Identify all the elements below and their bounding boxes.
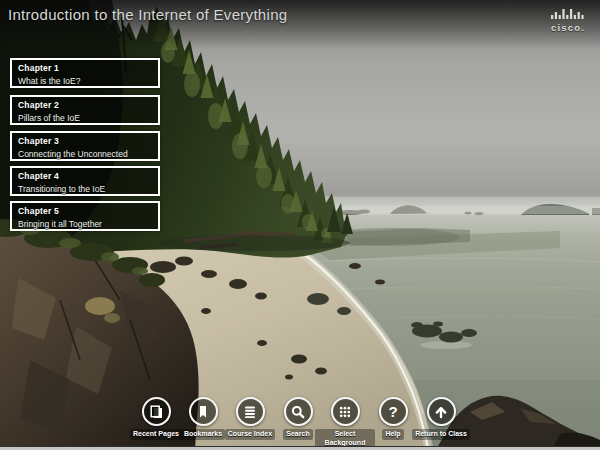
chapter-subtitle: Pillars of the IoE [18, 113, 152, 123]
chapter-subtitle: Connecting the Unconnected [18, 149, 152, 159]
tool-label: Bookmarks [181, 429, 225, 440]
pages-icon [148, 404, 164, 420]
grid-dots-icon [337, 404, 353, 420]
search-icon [290, 404, 306, 420]
question-icon: ? [388, 404, 397, 419]
return-to-class-button[interactable]: Return to Class [411, 397, 471, 440]
chapter-subtitle: Transitioning to the IoE [18, 184, 152, 194]
chapter-subtitle: Bringing it all Together [18, 219, 152, 229]
chapter-1-button[interactable]: Chapter 1 What is the IoE? [10, 58, 160, 88]
chapter-5-button[interactable]: Chapter 5 Bringing it all Together [10, 201, 160, 231]
up-arrow-icon [433, 404, 449, 420]
chapter-title: Chapter 3 [18, 136, 152, 146]
bookmark-icon [195, 404, 211, 420]
chapter-2-button[interactable]: Chapter 2 Pillars of the IoE [10, 95, 160, 125]
tool-label: Help [382, 429, 403, 440]
tool-label: Return to Class [412, 429, 470, 440]
course-home-screen: Introduction to the Internet of Everythi… [0, 0, 600, 450]
cisco-wordmark: cisco. [545, 22, 591, 33]
chapter-subtitle: What is the IoE? [18, 76, 152, 86]
chapter-title: Chapter 4 [18, 171, 152, 181]
bottom-edge-strip [0, 446, 600, 450]
cisco-logo-bars-icon [551, 8, 585, 19]
chapter-title: Chapter 2 [18, 100, 152, 110]
chapter-4-button[interactable]: Chapter 4 Transitioning to the IoE [10, 166, 160, 196]
chapter-title: Chapter 5 [18, 206, 152, 216]
tool-label: Search [283, 429, 312, 440]
chapter-3-button[interactable]: Chapter 3 Connecting the Unconnected [10, 131, 160, 161]
chapter-title: Chapter 1 [18, 63, 152, 73]
page-title: Introduction to the Internet of Everythi… [8, 6, 287, 23]
cisco-logo: cisco. [545, 5, 591, 33]
list-icon [242, 404, 258, 420]
